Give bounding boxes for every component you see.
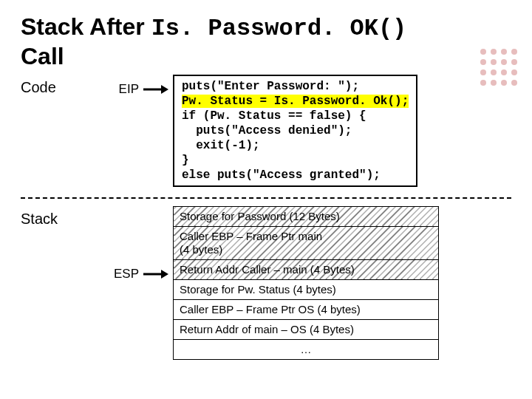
code-section: Code EIP puts("Enter Password: ");Pw. St… xyxy=(21,75,511,187)
code-line: puts("Enter Password: "); xyxy=(182,79,409,94)
stack-cell: Caller EBP – Frame Ptr OS (4 bytes) xyxy=(174,299,439,319)
arrow-right-icon xyxy=(143,84,168,95)
title-mono: Is. Password. OK() xyxy=(151,15,407,42)
esp-pointer: ESP xyxy=(114,264,168,284)
title-plain: Stack After xyxy=(21,13,151,40)
code-line: if (Pw. Status == false) { xyxy=(182,109,409,123)
svg-marker-3 xyxy=(161,270,168,279)
eip-label: EIP xyxy=(119,82,139,97)
stack-cell: Return Addr of main – OS (4 Bytes) xyxy=(174,319,439,339)
esp-label: ESP xyxy=(114,267,139,282)
divider xyxy=(21,197,511,199)
slide-title: Stack After Is. Password. OK() Call xyxy=(21,13,511,70)
stack-cell: Return Addr Caller – main (4 Bytes) xyxy=(174,259,439,279)
arrow-right-icon xyxy=(143,269,168,279)
code-line: puts("Access denied"); xyxy=(182,123,409,138)
stack-cell: Caller EBP – Frame Ptr main (4 bytes) xyxy=(174,226,439,259)
stack-cell: Storage for Password (12 Bytes) xyxy=(174,206,439,226)
code-label: Code xyxy=(21,75,102,96)
svg-marker-1 xyxy=(161,85,168,94)
title-line2: Call xyxy=(21,43,64,69)
code-line: Pw. Status = Is. Password. Ok(); xyxy=(182,94,409,109)
stack-section: Stack ESP Storage for Password (12 Bytes… xyxy=(21,206,511,367)
code-line: else puts("Access granted"); xyxy=(182,168,409,183)
code-box: puts("Enter Password: ");Pw. Status = Is… xyxy=(173,75,417,187)
decorative-dots xyxy=(480,49,517,86)
stack-cell: Storage for Pw. Status (4 bytes) xyxy=(174,279,439,299)
code-line: exit(-1); xyxy=(182,138,409,153)
stack-label: Stack xyxy=(21,206,102,228)
stack-cell: … xyxy=(174,339,439,359)
code-line: } xyxy=(182,153,409,168)
eip-pointer: EIP xyxy=(119,82,168,97)
stack-table: Storage for Password (12 Bytes)Caller EB… xyxy=(173,206,439,360)
